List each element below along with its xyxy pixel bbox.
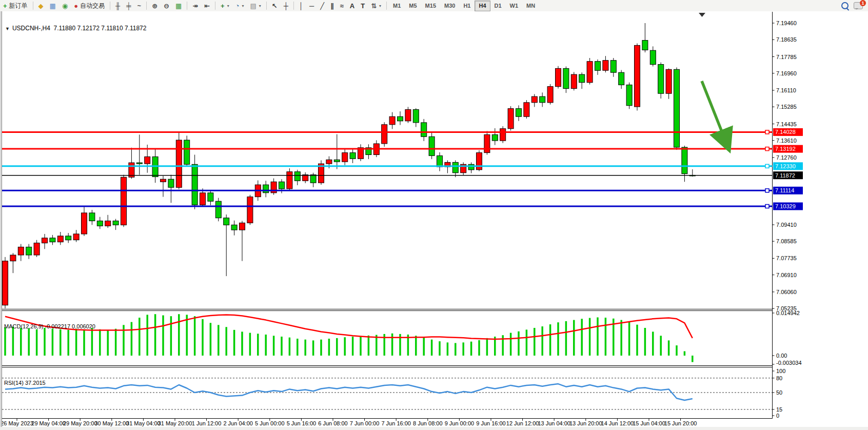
hline-icon: ─	[309, 3, 314, 9]
toolbar-separator	[386, 2, 387, 10]
window-bottom-strip	[0, 427, 868, 430]
template-icon: ▤	[250, 3, 257, 9]
line-handle[interactable]	[765, 164, 769, 168]
timeframe-m1-button[interactable]: M1	[389, 1, 405, 11]
tile-windows-button[interactable]: ▦	[172, 0, 185, 11]
timeframe-w1-button[interactable]: W1	[506, 1, 523, 11]
autotrading-icon: ●	[74, 3, 78, 9]
svg-text:7.13610: 7.13610	[776, 138, 797, 144]
trendline-button[interactable]: ╱	[317, 0, 327, 11]
dropdown-caret-icon[interactable]: ▾	[259, 4, 261, 8]
svg-text:7.06910: 7.06910	[776, 272, 797, 278]
price-chart-canvas[interactable]: 7.194607.186357.177857.169607.161107.152…	[0, 11, 868, 430]
svg-text:7 Jun 16:00: 7 Jun 16:00	[381, 420, 411, 426]
crosshair-icon: ┼	[284, 3, 288, 9]
chat-notification-icon[interactable]: 1	[854, 2, 863, 9]
line-handle[interactable]	[765, 130, 769, 134]
autotrading-button-label: 自动交易	[80, 2, 105, 10]
toolbar-separator	[110, 2, 110, 10]
svg-text:7.14028: 7.14028	[775, 129, 796, 135]
svg-text:7.13192: 7.13192	[775, 146, 796, 152]
timeframe-d1-button[interactable]: D1	[490, 1, 506, 11]
dropdown-caret-icon[interactable]: ▾	[242, 4, 244, 8]
chart-window-button[interactable]: ▦	[47, 0, 59, 11]
svg-text:15 Jun 20:00: 15 Jun 20:00	[664, 420, 697, 426]
svg-text:0.00: 0.00	[776, 353, 787, 359]
chart-shift-button[interactable]: ⇤	[201, 0, 213, 11]
arrows-button[interactable]: ⇅▾	[368, 0, 384, 11]
timeframe-h1-button[interactable]: H1	[459, 1, 475, 11]
timeframe-h4-button[interactable]: H4	[475, 1, 490, 11]
svg-text:7.18635: 7.18635	[776, 36, 797, 43]
svg-text:26 May 2023: 26 May 2023	[1, 420, 33, 426]
svg-text:0: 0	[776, 413, 779, 419]
arrows-icon: ⇅	[371, 3, 377, 9]
zoom-in-button[interactable]: ⊕	[149, 0, 161, 11]
text-button[interactable]: A	[347, 0, 358, 11]
chevron-down-icon[interactable]: ▼	[5, 26, 10, 31]
timeframe-mn-button[interactable]: MN	[522, 1, 539, 11]
search-icon[interactable]	[841, 2, 849, 9]
line-handle[interactable]	[765, 205, 769, 208]
svg-text:13 Jun 20:00: 13 Jun 20:00	[569, 420, 602, 426]
indicators-button[interactable]: +▾	[218, 0, 232, 11]
fibonacci-button[interactable]: ≈	[337, 0, 347, 11]
notification-badge: 1	[860, 0, 866, 6]
dropdown-caret-icon[interactable]: ▾	[379, 4, 381, 8]
svg-text:-0.003034: -0.003034	[776, 360, 802, 366]
vertical-line-button[interactable]: │	[296, 0, 306, 11]
bars-icon: ╫	[115, 3, 120, 9]
text-label-button[interactable]: T	[358, 0, 368, 11]
svg-text:7.11872: 7.11872	[775, 172, 795, 179]
trendline-icon: ╱	[320, 3, 324, 9]
timeframe-m30-button[interactable]: M30	[440, 1, 459, 11]
svg-text:50: 50	[776, 389, 782, 396]
candle-chart-button[interactable]: ╪	[123, 0, 134, 11]
autotrading-button[interactable]: ●自动交易	[71, 0, 108, 11]
dropdown-caret-icon[interactable]: ▾	[227, 4, 229, 8]
resistance-line-7.14028[interactable]: 7.14028	[2, 128, 803, 136]
toolbar-separator	[293, 2, 294, 10]
new-order-button[interactable]: +新订单	[0, 0, 31, 11]
tile-icon: ▦	[175, 3, 182, 9]
auto-scroll-button[interactable]: ↠	[189, 0, 201, 11]
chart-shift-marker[interactable]	[699, 13, 705, 17]
svg-text:7.07735: 7.07735	[776, 255, 797, 261]
svg-text:6 Jun 08:00: 6 Jun 08:00	[318, 420, 348, 426]
channel-icon: ∥	[330, 3, 334, 9]
chart-window[interactable]: ▼USDCNH-,H4 7.11880 7.12172 7.11810 7.11…	[0, 11, 868, 430]
macd-pane: 0.0149420.00-0.003034	[5, 310, 802, 366]
indicators-icon: +	[221, 3, 225, 9]
periods-button[interactable]: ◔▾	[232, 0, 247, 11]
line-handle[interactable]	[765, 147, 769, 151]
market-watch-button[interactable]: ◆	[35, 0, 47, 11]
toolbar-separator	[187, 2, 187, 10]
sell-annotation-arrow[interactable]	[702, 81, 727, 146]
svg-text:5 Jun 16:00: 5 Jun 16:00	[287, 420, 317, 426]
svg-text:7.11114: 7.11114	[775, 187, 794, 193]
signals-button[interactable]: ◉	[59, 0, 71, 11]
bar-chart-button[interactable]: ╫	[112, 0, 123, 11]
svg-text:7.08585: 7.08585	[776, 238, 797, 244]
channel-button[interactable]: ∥	[327, 0, 337, 11]
svg-text:100: 100	[776, 368, 785, 374]
line-handle[interactable]	[765, 189, 769, 192]
templates-button[interactable]: ▤▾	[247, 0, 264, 11]
svg-text:7.10329: 7.10329	[775, 203, 796, 209]
rsi-indicator-label: RSI(14) 37.2015	[4, 380, 46, 386]
toolbar-separator	[215, 2, 215, 10]
fibo-icon: ≈	[340, 3, 344, 9]
crosshair-button[interactable]: ┼	[281, 0, 291, 11]
toolbar-separator	[266, 2, 267, 10]
svg-text:14 Jun 12:00: 14 Jun 12:00	[601, 420, 634, 426]
gold-icon: ◆	[38, 3, 44, 9]
horizontal-line-button[interactable]: ─	[306, 0, 317, 11]
timeframe-m5-button[interactable]: M5	[405, 1, 421, 11]
zoom-out-button[interactable]: ⊖	[161, 0, 172, 11]
timeframe-m15-button[interactable]: M15	[421, 1, 440, 11]
line-chart-button[interactable]: ~	[134, 0, 145, 11]
rsi-pane: 1008050150	[2, 368, 785, 419]
vline-icon: │	[299, 3, 303, 9]
svg-text:31 May 20:00: 31 May 20:00	[158, 420, 192, 426]
cursor-button[interactable]: ↖	[269, 0, 281, 11]
